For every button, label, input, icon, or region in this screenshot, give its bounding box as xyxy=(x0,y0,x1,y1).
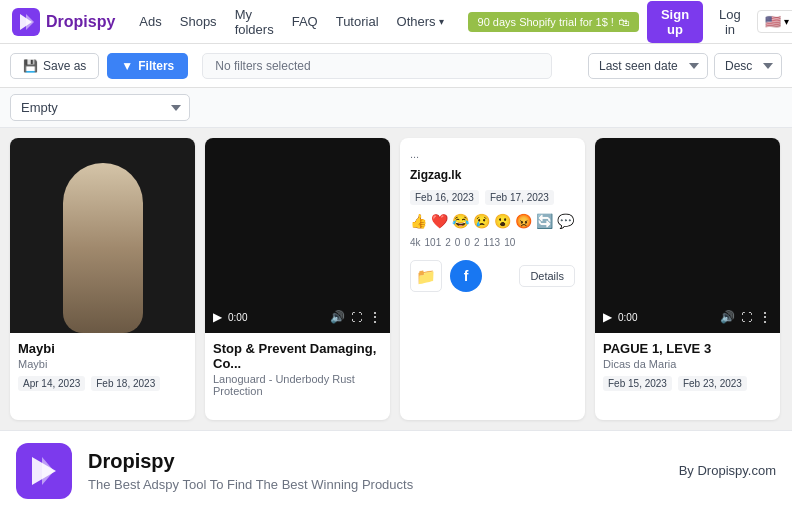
card-4-body: PAGUE 1, LEVE 3 Dicas da Maria Feb 15, 2… xyxy=(595,333,780,399)
nav-links: Ads Shops My folders FAQ Tutorial Others… xyxy=(131,3,451,41)
nav-right: 90 days Shopify trial for 1$ ! 🛍 Sign up… xyxy=(468,1,792,43)
empty-select[interactable]: EmptyHas contentAll xyxy=(10,94,190,121)
video-time-2: 0:00 xyxy=(228,312,247,323)
card-1-title: Maybi xyxy=(18,341,187,356)
folder-button[interactable]: 📁 xyxy=(410,260,442,292)
expand-icon[interactable]: ⛶ xyxy=(351,311,362,323)
reaction-angry: 😡 xyxy=(515,213,532,229)
card-1-dates: Apr 14, 2023 Feb 18, 2023 xyxy=(18,376,187,391)
ad-card-2: ▶ 0:00 🔊 ⛶ ⋮ Stop & Prevent Damaging, Co… xyxy=(205,138,390,420)
nav-item-tutorial[interactable]: Tutorial xyxy=(328,10,387,33)
card-1-date-end: Feb 18, 2023 xyxy=(91,376,160,391)
count-haha: 2 xyxy=(445,237,451,248)
count-share: 113 xyxy=(484,237,501,248)
video-time-4: 0:00 xyxy=(618,312,637,323)
footer-logo xyxy=(16,443,72,499)
card-1-body: Maybi Maybi Apr 14, 2023 Feb 18, 2023 xyxy=(10,333,195,399)
logo[interactable]: Dropispy xyxy=(12,8,115,36)
footer-text: Dropispy The Best Adspy Tool To Find The… xyxy=(88,450,663,492)
play-icon[interactable]: ▶ xyxy=(213,310,222,324)
dropdown-row: EmptyHas contentAll xyxy=(0,88,792,128)
sort-section: Last seen dateFirst seen dateLikesCommen… xyxy=(588,53,782,79)
card-3-dots: ... xyxy=(410,148,419,160)
ad-card-3: ... Zigzag.lk Feb 16, 2023 Feb 17, 2023 … xyxy=(400,138,585,420)
flag-icon: 🇺🇸 xyxy=(765,14,781,29)
card-4-dates: Feb 15, 2023 Feb 23, 2023 xyxy=(603,376,772,391)
more-icon[interactable]: ⋮ xyxy=(368,309,382,325)
video-controls-2: ▶ 0:00 🔊 ⛶ ⋮ xyxy=(205,309,390,325)
count-angry: 2 xyxy=(474,237,480,248)
save-icon: 💾 xyxy=(23,59,38,73)
reaction-like: 👍 xyxy=(410,213,427,229)
card-1-subtitle: Maybi xyxy=(18,358,187,370)
shopify-icon: 🛍 xyxy=(618,16,629,28)
reaction-heart: ❤️ xyxy=(431,213,448,229)
reaction-comment: 💬 xyxy=(557,213,574,229)
flag-selector[interactable]: 🇺🇸 ▾ xyxy=(757,10,792,33)
count-like: 4k xyxy=(410,237,421,248)
card-4-media[interactable]: ▶ 0:00 🔊 ⛶ ⋮ xyxy=(595,138,780,333)
count-heart: 101 xyxy=(425,237,442,248)
ad-card-4: ▶ 0:00 🔊 ⛶ ⋮ PAGUE 1, LEVE 3 Dicas da Ma… xyxy=(595,138,780,420)
card-2-media[interactable]: ▶ 0:00 🔊 ⛶ ⋮ xyxy=(205,138,390,333)
filter-icon: ▼ xyxy=(121,59,133,73)
count-wow: 0 xyxy=(464,237,470,248)
count-comment: 10 xyxy=(504,237,515,248)
navbar: Dropispy Ads Shops My folders FAQ Tutori… xyxy=(0,0,792,44)
card-3-date-end: Feb 17, 2023 xyxy=(485,190,554,205)
card-2-body: Stop & Prevent Damaging, Co... Lanoguard… xyxy=(205,333,390,411)
order-select[interactable]: DescAsc xyxy=(714,53,782,79)
card-4-subtitle: Dicas da Maria xyxy=(603,358,772,370)
reaction-wow: 😮 xyxy=(494,213,511,229)
card-1-media xyxy=(10,138,195,333)
play-icon[interactable]: ▶ xyxy=(603,310,612,324)
footer-subtitle: The Best Adspy Tool To Find The Best Win… xyxy=(88,477,663,492)
card-3-actions: 📁 f Details xyxy=(410,260,575,292)
footer-domain: By Dropispy.com xyxy=(679,463,776,478)
reaction-counts: 4k 101 2 0 0 2 113 10 xyxy=(410,237,575,248)
card-2-subtitle: Lanoguard - Underbody Rust Protection xyxy=(213,373,382,397)
card-3-domain: Zigzag.lk xyxy=(410,168,575,182)
card-2-title: Stop & Prevent Damaging, Co... xyxy=(213,341,382,371)
filters-button[interactable]: ▼ Filters xyxy=(107,53,188,79)
volume-icon[interactable]: 🔊 xyxy=(720,310,735,324)
ad-card-1: Maybi Maybi Apr 14, 2023 Feb 18, 2023 xyxy=(10,138,195,420)
person-image xyxy=(63,163,143,333)
count-sad: 0 xyxy=(455,237,461,248)
more-icon[interactable]: ⋮ xyxy=(758,309,772,325)
footer: Dropispy The Best Adspy Tool To Find The… xyxy=(0,430,792,510)
svg-marker-4 xyxy=(42,457,54,485)
details-button[interactable]: Details xyxy=(519,265,575,287)
content-area: Maybi Maybi Apr 14, 2023 Feb 18, 2023 ▶ … xyxy=(0,128,792,430)
nav-item-my-folders[interactable]: My folders xyxy=(227,3,282,41)
shopify-banner[interactable]: 90 days Shopify trial for 1$ ! 🛍 xyxy=(468,12,639,32)
signup-button[interactable]: Sign up xyxy=(647,1,703,43)
nav-item-ads[interactable]: Ads xyxy=(131,10,169,33)
card-1-date-start: Apr 14, 2023 xyxy=(18,376,85,391)
reaction-share: 🔄 xyxy=(536,213,553,229)
facebook-button[interactable]: f xyxy=(450,260,482,292)
card-4-date-start: Feb 15, 2023 xyxy=(603,376,672,391)
filter-tag: No filters selected xyxy=(202,53,552,79)
reaction-sad: 😢 xyxy=(473,213,490,229)
video-controls-4: ▶ 0:00 🔊 ⛶ ⋮ xyxy=(595,309,780,325)
logo-text: Dropispy xyxy=(46,13,115,31)
card-4-date-end: Feb 23, 2023 xyxy=(678,376,747,391)
volume-icon[interactable]: 🔊 xyxy=(330,310,345,324)
save-as-button[interactable]: 💾 Save as xyxy=(10,53,99,79)
nav-item-shops[interactable]: Shops xyxy=(172,10,225,33)
footer-logo-icon xyxy=(26,453,62,489)
login-button[interactable]: Log in xyxy=(711,3,749,41)
reactions-row: 👍 ❤️ 😂 😢 😮 😡 🔄 💬 xyxy=(410,213,575,229)
sort-select[interactable]: Last seen dateFirst seen dateLikesCommen… xyxy=(588,53,708,79)
reaction-haha: 😂 xyxy=(452,213,469,229)
footer-title: Dropispy xyxy=(88,450,663,473)
card-4-title: PAGUE 1, LEVE 3 xyxy=(603,341,772,356)
toolbar: 💾 Save as ▼ Filters No filters selected … xyxy=(0,44,792,88)
nav-item-faq[interactable]: FAQ xyxy=(284,10,326,33)
chevron-down-icon: ▾ xyxy=(439,16,444,27)
card-3-date-start: Feb 16, 2023 xyxy=(410,190,479,205)
chevron-down-icon: ▾ xyxy=(784,16,789,27)
expand-icon[interactable]: ⛶ xyxy=(741,311,752,323)
nav-item-others[interactable]: Others ▾ xyxy=(389,10,452,33)
